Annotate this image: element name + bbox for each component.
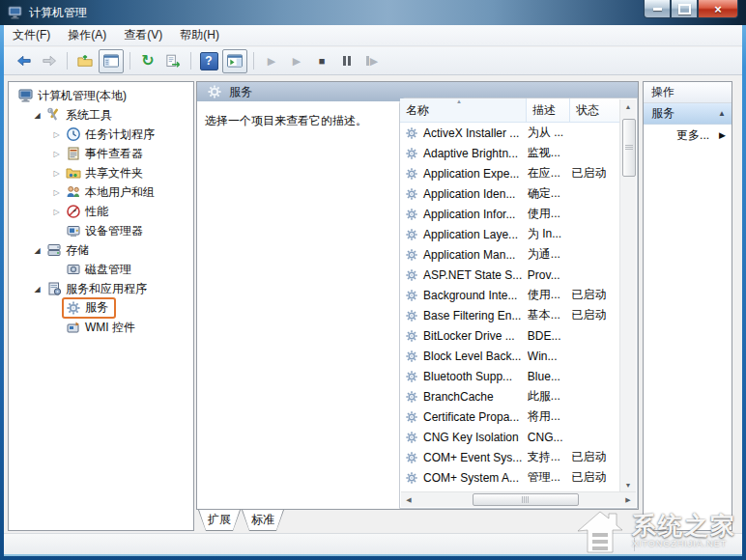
- pause-service-button[interactable]: [335, 50, 359, 72]
- collapsed-expander-icon[interactable]: ▷: [51, 130, 62, 139]
- collapse-section-icon[interactable]: ▲: [718, 109, 726, 118]
- collapsed-expander-icon[interactable]: ▷: [51, 208, 62, 216]
- tree-item-3[interactable]: ▷任务计划程序: [9, 125, 193, 144]
- service-row-1[interactable]: ActiveX Installer ...为从 ...: [401, 123, 621, 143]
- vertical-scrollbar[interactable]: ▲ ▼: [619, 99, 636, 492]
- expanded-expander-icon[interactable]: ◢: [32, 111, 43, 120]
- tree-item-label: WMI 控件: [85, 320, 135, 336]
- export-list-button[interactable]: [161, 50, 185, 72]
- menu-item-1[interactable]: 文件(F): [4, 24, 59, 46]
- service-name-cell: ActiveX Installer ...: [401, 126, 528, 141]
- show-console-tree-button[interactable]: [99, 49, 124, 73]
- service-row-18[interactable]: COM+ System A...管理...已启动: [401, 467, 621, 488]
- maximize-button[interactable]: [671, 0, 698, 18]
- service-row-3[interactable]: Application Expe...在应...已启动: [401, 163, 621, 183]
- maximize-icon: [678, 4, 691, 14]
- service-row-10[interactable]: Base Filtering En...基本...已启动: [401, 305, 621, 325]
- tab-extended[interactable]: 扩展: [198, 510, 241, 531]
- stop-service-button[interactable]: ■: [310, 50, 333, 72]
- service-row-11[interactable]: BitLocker Drive ...BDE...: [401, 325, 621, 346]
- column-header-status-label: 状态: [576, 102, 599, 119]
- scroll-left-icon[interactable]: ◀: [401, 492, 416, 507]
- service-row-2[interactable]: Adaptive Brightn...监视...: [401, 143, 621, 163]
- performance-icon: [66, 204, 81, 219]
- tools-icon: [46, 107, 62, 123]
- collapsed-expander-icon[interactable]: ▷: [51, 188, 62, 197]
- forward-button[interactable]: [38, 50, 61, 72]
- service-row-9[interactable]: Background Inte...使用...已启动: [401, 285, 621, 305]
- service-row-13[interactable]: Bluetooth Supp...Blue...: [401, 366, 621, 386]
- horizontal-scrollbar-thumb[interactable]: [473, 493, 579, 506]
- scroll-up-icon[interactable]: ▲: [620, 99, 636, 114]
- service-name-cell: Application Iden...: [401, 186, 528, 202]
- collapsed-expander-icon[interactable]: ▷: [51, 169, 62, 178]
- service-name: BranchCache: [423, 390, 494, 404]
- list-column-headers: 名称 ▲ 描述 状态: [400, 98, 621, 123]
- resume-service-icon: ▶: [293, 55, 301, 68]
- start-service-button[interactable]: ▶: [260, 50, 283, 72]
- restart-service-button[interactable]: ▶: [360, 50, 384, 72]
- tree-item-5[interactable]: ▷共享文件夹: [9, 163, 193, 182]
- column-header-status[interactable]: 状态: [570, 98, 621, 122]
- service-row-17[interactable]: COM+ Event Sys...支持...已启动: [401, 447, 621, 467]
- tree-item-2[interactable]: ◢系统工具: [9, 105, 193, 125]
- tree-item-7[interactable]: ▷性能: [9, 202, 193, 221]
- menu-item-2[interactable]: 操作(A): [59, 24, 115, 46]
- back-button[interactable]: [13, 50, 36, 72]
- horizontal-scrollbar[interactable]: ◀ ▶: [401, 491, 636, 507]
- tree-item-13[interactable]: WMI 控件: [9, 318, 193, 337]
- toolbar: ↻?▶▶■▶: [4, 47, 742, 75]
- tree-item-label: 事件查看器: [85, 146, 143, 162]
- service-row-15[interactable]: Certificate Propa...将用...: [401, 406, 621, 427]
- show-action-pane-button[interactable]: [222, 49, 247, 73]
- computer-icon: [8, 5, 23, 20]
- service-name-cell: Application Infor...: [401, 207, 528, 222]
- service-row-6[interactable]: Application Laye...为 In...: [401, 224, 621, 244]
- row-gear-icon: [404, 450, 419, 465]
- tab-label: 扩展: [199, 510, 240, 530]
- tree-item-4[interactable]: ▷事件查看器: [9, 144, 193, 163]
- column-header-name[interactable]: 名称 ▲: [400, 98, 527, 122]
- title-bar[interactable]: 计算机管理 ×: [0, 0, 746, 25]
- tree-item-6[interactable]: ▷本地用户和组: [9, 182, 193, 202]
- service-name: COM+ System A...: [423, 471, 519, 485]
- scroll-right-icon[interactable]: ▶: [620, 492, 636, 507]
- service-row-7[interactable]: Application Man...为通...: [401, 244, 621, 265]
- scroll-down-icon[interactable]: ▼: [620, 478, 636, 492]
- refresh-button[interactable]: ↻: [136, 50, 159, 72]
- resume-service-button[interactable]: ▶: [285, 50, 308, 72]
- vertical-scrollbar-thumb[interactable]: [622, 119, 636, 177]
- collapsed-expander-icon[interactable]: ▷: [51, 150, 62, 158]
- tree-item-11[interactable]: ◢服务和应用程序: [9, 279, 193, 298]
- tree-item-12[interactable]: 服务: [9, 298, 193, 318]
- more-actions-item[interactable]: 更多... ▶: [644, 125, 732, 146]
- tree-item-8[interactable]: 设备管理器: [9, 221, 193, 240]
- menu-item-3[interactable]: 查看(V): [115, 24, 171, 46]
- menu-item-4[interactable]: 帮助(H): [171, 24, 228, 46]
- expanded-expander-icon[interactable]: ◢: [32, 285, 43, 294]
- expanded-expander-icon[interactable]: ◢: [32, 246, 43, 255]
- column-header-description[interactable]: 描述: [527, 98, 570, 122]
- help-button[interactable]: ?: [197, 50, 220, 72]
- minimize-button[interactable]: [644, 0, 671, 18]
- console-tree-pane: 计算机管理(本地)◢系统工具▷任务计划程序▷事件查看器▷共享文件夹▷本地用户和组…: [8, 81, 194, 531]
- service-name-cell: Adaptive Brightn...: [401, 146, 528, 161]
- close-button[interactable]: ×: [698, 0, 738, 18]
- tree-item-1[interactable]: 计算机管理(本地): [9, 86, 193, 105]
- tree-item-10[interactable]: 磁盘管理: [9, 260, 193, 279]
- up-one-level-button[interactable]: [73, 50, 97, 72]
- service-row-8[interactable]: ASP.NET State S...Prov...: [401, 265, 621, 285]
- service-row-16[interactable]: CNG Key IsolationCNG...: [401, 427, 621, 447]
- tree-item-label: 磁盘管理: [85, 262, 131, 278]
- export-list-icon: [165, 53, 181, 69]
- tree-item-9[interactable]: ◢存储: [9, 240, 193, 260]
- service-name: CNG Key Isolation: [423, 431, 519, 444]
- service-name: Adaptive Brightn...: [423, 147, 518, 160]
- service-row-14[interactable]: BranchCache此服...: [401, 386, 621, 406]
- tab-standard[interactable]: 标准: [242, 510, 284, 531]
- service-row-4[interactable]: Application Iden...确定...: [401, 183, 621, 204]
- service-row-5[interactable]: Application Infor...使用...: [401, 204, 621, 224]
- service-row-12[interactable]: Block Level Back...Win...: [401, 346, 621, 366]
- actions-section-services[interactable]: 服务 ▲: [644, 103, 732, 125]
- task-scheduler-icon: [66, 126, 81, 142]
